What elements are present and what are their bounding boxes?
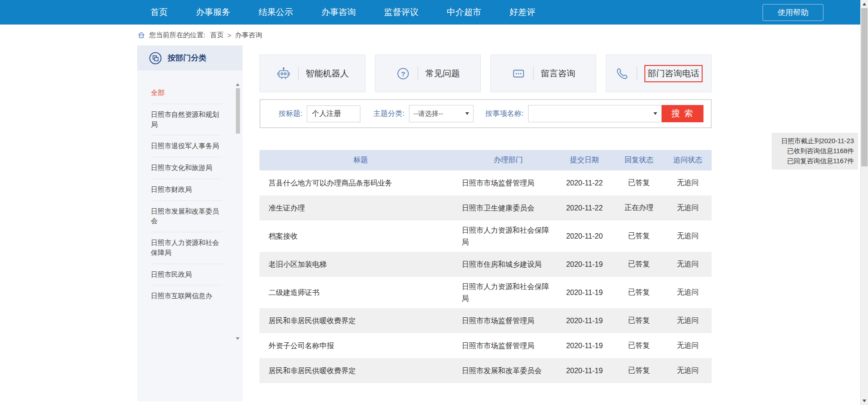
cell-date: 2020-11-22 [555, 204, 614, 212]
table-row[interactable]: 居民和非居民供暖收费界定 日照市发展和改革委员会 2020-11-19 已答复 … [259, 358, 712, 383]
cell-followup-status: 无追问 [664, 341, 712, 350]
cell-title: 档案接收 [259, 231, 462, 242]
item-name-label: 按事项名称: [485, 109, 524, 119]
cell-reply-status: 已答复 [614, 288, 664, 297]
tab-divider [418, 67, 418, 80]
search-title-label: 按标题: [279, 109, 302, 119]
cell-followup-status: 无追问 [664, 288, 712, 297]
sidebar-scrollbar[interactable] [235, 83, 240, 340]
nav-item[interactable]: 首页 [136, 6, 182, 18]
nav-item[interactable]: 办事咨询 [307, 6, 370, 18]
cell-reply-status: 已答复 [614, 178, 664, 188]
cell-reply-status: 已答复 [614, 316, 664, 325]
sidebar-item[interactable]: 全部 [151, 82, 222, 104]
stats-line-replied: 已回复咨询信息1167件 [776, 156, 854, 166]
help-button[interactable]: 使用帮助 [763, 4, 823, 21]
item-name-select[interactable] [528, 105, 662, 122]
tab-label: 常见问题 [425, 68, 460, 80]
search-title-input[interactable] [307, 105, 360, 122]
search-button[interactable]: 搜 索 [662, 105, 703, 122]
table-row[interactable]: 档案接收 日照市人力资源和社会保障局 2020-11-20 已答复 无追问 [259, 220, 712, 252]
table-row[interactable]: 莒县什么地方可以办理商品条形码业务 日照市市场监督管理局 2020-11-22 … [259, 170, 712, 195]
tab-divider [298, 67, 299, 80]
cell-title: 居民和非居民供暖收费界定 [259, 365, 462, 376]
tab-leave-message[interactable]: 留言咨询 [490, 55, 596, 92]
sidebar-item-label: 日照市退役军人事务局 [151, 142, 219, 150]
home-icon [137, 31, 145, 39]
cell-date: 2020-11-19 [555, 289, 614, 297]
breadcrumb: 您当前所在的位置: 首页 > 办事咨询 [0, 25, 868, 45]
cell-date: 2020-11-19 [555, 367, 614, 375]
page-scrollbar-thumb[interactable] [861, 8, 868, 166]
sidebar-item[interactable]: 日照市财政局 [151, 179, 222, 201]
table-row[interactable]: 二级建造师证书 日照市人力资源和社会保障局 2020-11-19 已答复 无追问 [259, 277, 712, 308]
cell-followup-status: 无追问 [664, 178, 712, 188]
sidebar-item-label: 日照市人力资源和社会保障局 [151, 239, 219, 256]
sidebar-item-label: 日照市财政局 [151, 185, 192, 193]
tab-divider [637, 67, 637, 80]
cell-reply-status: 已答复 [614, 341, 664, 350]
page-scroll-down-icon[interactable] [863, 400, 866, 402]
category-icon [149, 51, 162, 65]
sidebar-item[interactable]: 日照市发展和改革委员会 [151, 201, 222, 233]
sidebar-item[interactable]: 日照市互联网信息办 [151, 285, 222, 307]
breadcrumb-prefix: 您当前所在的位置: [149, 31, 205, 40]
table-row[interactable]: 外资子公司名称申报 日照市市场监督管理局 2020-11-19 已答复 无追问 [259, 333, 712, 358]
cell-date: 2020-11-19 [555, 260, 614, 269]
cell-department: 日照市市场监督管理局 [462, 315, 555, 327]
page-scroll-up-icon[interactable] [863, 3, 866, 5]
cell-reply-status: 正在办理 [614, 203, 664, 213]
cell-date: 2020-11-20 [555, 232, 614, 240]
topic-category-label: 主题分类: [373, 109, 404, 119]
page-scrollbar[interactable] [860, 0, 868, 405]
sidebar: 按部门分类 全部 日照市自然资源和规划局 日照市退役军人事务局 [137, 45, 243, 401]
tab-faq[interactable]: ? 常见问题 [375, 55, 481, 92]
stats-box: 日照市截止到2020-11-23 已收到咨询信息1168件 已回复咨询信息116… [772, 133, 858, 170]
table-row[interactable]: 居民和非居民供暖收费界定 日照市市场监督管理局 2020-11-19 已答复 无… [259, 308, 712, 333]
cell-title: 外资子公司名称申报 [259, 340, 462, 351]
tab-smart-robot[interactable]: 智能机器人 [259, 55, 365, 92]
nav-item[interactable]: 办事服务 [182, 6, 244, 18]
cell-department: 日照市卫生健康委员会 [462, 202, 555, 214]
sidebar-scroll-up-icon[interactable] [236, 83, 239, 86]
table-row[interactable]: 老旧小区加装电梯 日照市住房和城乡建设局 2020-11-19 已答复 无追问 [259, 252, 712, 277]
caret-down-icon [465, 112, 469, 115]
sidebar-scroll-down-icon[interactable] [236, 337, 239, 340]
nav-item[interactable]: 结果公示 [244, 6, 307, 18]
tab-label-highlighted: 部门咨询电话 [644, 65, 703, 82]
tab-divider [533, 67, 534, 80]
sidebar-scrollbar-thumb[interactable] [236, 88, 240, 134]
top-nav: 首页 办事服务 结果公示 办事咨询 监督评议 中介超市 好差评 使用帮助 [0, 0, 868, 25]
sidebar-item[interactable]: 日照市自然资源和规划局 [151, 104, 222, 136]
sidebar-item[interactable]: 日照市人力资源和社会保障局 [151, 232, 222, 264]
sidebar-item-label: 日照市互联网信息办 [151, 292, 212, 300]
nav-item[interactable]: 中介超市 [433, 6, 495, 18]
page: 首页 办事服务 结果公示 办事咨询 监督评议 中介超市 好差评 使用帮助 您当前… [0, 0, 868, 405]
cell-date: 2020-11-19 [555, 317, 614, 325]
svg-text:?: ? [401, 70, 405, 77]
cell-date: 2020-11-19 [555, 342, 614, 350]
col-header-date: 提交日期 [555, 155, 614, 165]
col-header-followup-status: 追问状态 [664, 155, 712, 165]
sidebar-item-label: 日照市文化和旅游局 [151, 164, 212, 171]
sidebar-item[interactable]: 日照市文化和旅游局 [151, 157, 222, 179]
breadcrumb-separator: > [227, 31, 231, 39]
question-icon: ? [396, 66, 410, 81]
cell-title: 莒县什么地方可以办理商品条形码业务 [259, 178, 462, 189]
cell-department: 日照市市场监督管理局 [462, 177, 555, 189]
sidebar-item[interactable]: 日照市退役军人事务局 [151, 135, 222, 157]
cell-department: 日照市人力资源和社会保障局 [462, 281, 555, 304]
table-row[interactable]: 准生证办理 日照市卫生健康委员会 2020-11-22 正在办理 无追问 [259, 195, 712, 220]
consult-table: 标题 办理部门 提交日期 回复状态 追问状态 莒县什么地方可以办理商品条形码业务… [259, 150, 712, 383]
sidebar-item-label: 日照市自然资源和规划局 [151, 110, 219, 128]
phone-icon [615, 66, 629, 81]
nav-item[interactable]: 好差评 [495, 6, 549, 18]
tab-department-phone[interactable]: 部门咨询电话 [606, 55, 712, 92]
breadcrumb-home-link[interactable]: 首页 [210, 31, 224, 40]
nav-item[interactable]: 监督评议 [370, 6, 433, 18]
table-body: 莒县什么地方可以办理商品条形码业务 日照市市场监督管理局 2020-11-22 … [259, 170, 712, 383]
topic-category-select[interactable]: --请选择-- [409, 105, 474, 122]
cell-title: 老旧小区加装电梯 [259, 259, 462, 270]
sidebar-item[interactable]: 日照市民政局 [151, 264, 222, 286]
cell-department: 日照市住房和城乡建设局 [462, 259, 555, 270]
